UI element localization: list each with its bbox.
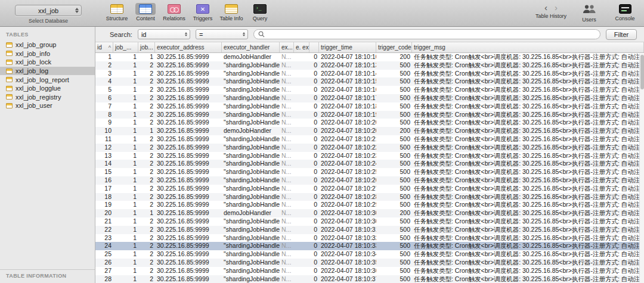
table-row[interactable]: 91230.225.16.85:9999"shardingJobHandler"…	[95, 119, 644, 127]
database-selector[interactable]: xxl_job	[15, 5, 82, 16]
table-row[interactable]: 121230.225.16.85:9999"shardingJobHandler…	[95, 144, 644, 152]
cell: 任务触发类型: Cron触发<br>调度机器: 30.225.16.85<br>…	[412, 209, 644, 217]
sidebar-item-xxl_job_logglue[interactable]: xxl_job_logglue	[0, 84, 95, 93]
field-dropdown[interactable]: id	[138, 29, 190, 39]
cell: 1	[113, 144, 138, 152]
column-header-id[interactable]: id^	[95, 42, 113, 52]
cell: 500	[376, 77, 412, 86]
table-row[interactable]: 61230.225.16.85:9999"shardingJobHandler"…	[95, 94, 644, 102]
table-row[interactable]: 41230.225.16.85:9999"shardingJobHandler"…	[95, 77, 644, 86]
forward-chevron-icon[interactable]: ›	[555, 3, 558, 13]
column-header-e. ex...[interactable]: e. ex...	[294, 42, 309, 52]
cell: 2022-04-07 18:10:21	[319, 135, 376, 144]
table-row[interactable]: 221230.225.16.85:9999"shardingJobHandler…	[95, 226, 644, 234]
cell: 2022-04-07 18:10:23	[319, 152, 376, 160]
cell: 1	[113, 53, 138, 61]
sidebar-item-xxl_job_lock[interactable]: xxl_job_lock	[0, 58, 95, 67]
toolbar-tab-structure[interactable]: Structure	[104, 2, 130, 26]
sidebar-item-xxl_job_log_report[interactable]: xxl_job_log_report	[0, 75, 95, 84]
sidebar-item-xxl_job_registry[interactable]: xxl_job_registry	[0, 93, 95, 102]
column-header-ex...[interactable]: ex...	[280, 42, 294, 52]
table-row[interactable]: 281230.225.16.85:9999"shardingJobHandler…	[95, 275, 644, 283]
table-row[interactable]: 101130.225.16.85:9999demoJobHandlerN...0…	[95, 127, 644, 135]
table-row[interactable]: 111230.225.16.85:9999"shardingJobHandler…	[95, 135, 644, 144]
filter-button[interactable]: Filter	[606, 29, 637, 40]
cell: 1	[113, 242, 138, 250]
table-row[interactable]: 181230.225.16.85:9999"shardingJobHandler…	[95, 193, 644, 201]
cell: 11	[95, 135, 113, 144]
relations-icon	[164, 3, 184, 15]
search-input[interactable]	[267, 31, 596, 38]
table-name-label: xxl_job_logglue	[16, 85, 61, 92]
table-row[interactable]: 11130.225.16.85:9999demoJobHandlerN...02…	[95, 53, 644, 61]
cell: 2022-04-07 18:10:16	[319, 86, 376, 94]
cell: 30.225.16.85:9999	[155, 102, 222, 111]
users-button[interactable]: Users	[576, 2, 602, 23]
column-header-job...[interactable]: job...	[138, 42, 155, 52]
column-header-trigger_code[interactable]: trigger_code	[376, 42, 412, 52]
column-header-trigger_time[interactable]: trigger_time	[319, 42, 376, 52]
table-row[interactable]: 191230.225.16.85:9999"shardingJobHandler…	[95, 201, 644, 209]
cell: 任务触发类型: Cron触发<br>调度机器: 30.225.16.85<br>…	[412, 111, 644, 119]
cell: 2	[138, 226, 155, 234]
sidebar-item-xxl_job_info[interactable]: xxl_job_info	[0, 49, 95, 58]
cell: "shardingJobHandler"	[222, 193, 280, 201]
cell: 500	[376, 94, 412, 102]
table-row[interactable]: 241230.225.16.85:9999"shardingJobHandler…	[95, 242, 644, 250]
cell: 25	[95, 250, 113, 259]
cell: 30.225.16.85:9999	[155, 152, 222, 160]
table-row[interactable]: 211230.225.16.85:9999"shardingJobHandler…	[95, 217, 644, 226]
table-row[interactable]: 171230.225.16.85:9999"shardingJobHandler…	[95, 185, 644, 193]
toolbar-tab-query[interactable]: Query	[247, 2, 273, 26]
cell: 0	[309, 185, 319, 193]
cell: 0	[309, 201, 319, 209]
table-row[interactable]: 51230.225.16.85:9999"shardingJobHandler"…	[95, 86, 644, 94]
toolbar-tab-triggers[interactable]: Triggers	[190, 2, 216, 26]
toolbar-tab-content[interactable]: Content	[132, 2, 159, 26]
vertical-scrollbar[interactable]	[639, 54, 644, 282]
table-row[interactable]: 161230.225.16.85:9999"shardingJobHandler…	[95, 176, 644, 185]
table-row[interactable]: 271230.225.16.85:9999"shardingJobHandler…	[95, 267, 644, 275]
table-row[interactable]: 251230.225.16.85:9999"shardingJobHandler…	[95, 250, 644, 259]
column-header-blank[interactable]	[309, 42, 319, 52]
history-nav: ‹ ›	[544, 2, 558, 13]
column-header-executor_handler[interactable]: executor_handler	[222, 42, 280, 52]
cell: 0	[309, 53, 319, 61]
cell: 2022-04-07 18:10:30	[319, 209, 376, 217]
cell: 30.225.16.85:9999	[155, 119, 222, 127]
column-header-executor_address[interactable]: executor_address	[155, 42, 222, 52]
table-row[interactable]: 261230.225.16.85:9999"shardingJobHandler…	[95, 259, 644, 267]
table-row[interactable]: 151230.225.16.85:9999"shardingJobHandler…	[95, 168, 644, 176]
cell: 10	[95, 127, 113, 135]
table-row[interactable]: 231230.225.16.85:9999"shardingJobHandler…	[95, 234, 644, 242]
table-row[interactable]: 31230.225.16.85:9999"shardingJobHandler"…	[95, 70, 644, 78]
table-row[interactable]: 141230.225.16.85:9999"shardingJobHandler…	[95, 160, 644, 168]
table-row[interactable]: 81230.225.16.85:9999"shardingJobHandler"…	[95, 111, 644, 119]
cell: 1	[113, 267, 138, 275]
cell: N...	[280, 259, 294, 267]
toolbar-tab-table-info[interactable]: Table Info	[218, 2, 244, 26]
cell: 26	[95, 259, 113, 267]
table-row[interactable]: 201130.225.16.85:9999demoJobHandlerN...0…	[95, 209, 644, 217]
column-header-job_...[interactable]: job_...	[113, 42, 138, 52]
console-button[interactable]: Console	[612, 2, 638, 21]
table-row[interactable]: 131230.225.16.85:9999"shardingJobHandler…	[95, 152, 644, 160]
cell: 任务触发类型: Cron触发<br>调度机器: 30.225.16.85<br>…	[412, 94, 644, 102]
sidebar-item-xxl_job_group[interactable]: xxl_job_group	[0, 41, 95, 49]
scrollbar-thumb[interactable]	[640, 55, 644, 89]
toolbar-tab-relations[interactable]: Relations	[161, 2, 187, 26]
sidebar-item-xxl_job_user[interactable]: xxl_job_user	[0, 101, 95, 110]
cell: 任务触发类型: Cron触发<br>调度机器: 30.225.16.85<br>…	[412, 152, 644, 160]
table-row[interactable]: 71230.225.16.85:9999"shardingJobHandler"…	[95, 102, 644, 111]
sidebar-item-xxl_job_log[interactable]: xxl_job_log	[0, 67, 95, 76]
cell: 30.225.16.85:9999	[155, 94, 222, 102]
cell: 30.225.16.85:9999	[155, 234, 222, 242]
back-chevron-icon[interactable]: ‹	[544, 3, 547, 13]
operator-dropdown[interactable]: =	[196, 29, 248, 39]
table-history-group: ‹ › Table History	[535, 2, 566, 19]
column-header-trigger_msg[interactable]: trigger_msg	[412, 42, 644, 52]
table-row[interactable]: 21230.225.16.85:9999"shardingJobHandler"…	[95, 61, 644, 70]
cell: 200	[376, 127, 412, 135]
cell: 1	[113, 135, 138, 144]
cell: "shardingJobHandler"	[222, 226, 280, 234]
